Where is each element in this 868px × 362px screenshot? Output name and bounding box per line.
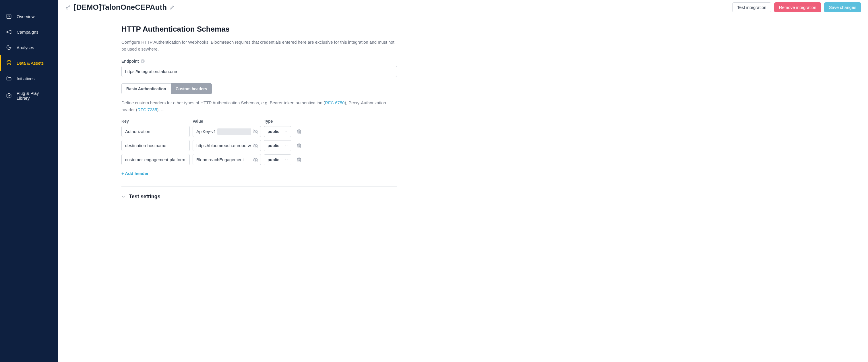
column-key: Key [121,119,190,123]
divider [121,187,397,187]
header-key-input[interactable] [121,126,190,137]
sidebar-item-label: Plug & Play Library [17,91,53,101]
page-header: [DEMO]TalonOneCEPAuth Test integration R… [58,0,868,16]
overview-icon [6,13,12,20]
trash-icon[interactable] [297,143,302,148]
sidebar-item-overview[interactable]: Overview [0,9,58,24]
database-icon [6,60,12,66]
custom-headers-description: Define custom headers for other types of… [121,100,397,113]
column-type: Type [264,119,291,123]
section-title: HTTP Authentication Schemas [121,25,397,34]
sidebar-item-data-assets[interactable]: Data & Assets [0,55,58,71]
sidebar-item-label: Data & Assets [17,61,43,65]
header-row: public [121,154,397,165]
sidebar: Overview Campaigns Analyses Data & Asset… [0,0,58,362]
remove-integration-button[interactable]: Remove integration [774,2,821,12]
header-value-input[interactable] [193,154,261,165]
header-row: public [121,126,397,137]
trash-icon[interactable] [297,157,302,162]
folder-icon [6,75,12,82]
header-type-select[interactable]: public [264,154,291,165]
pie-chart-icon [6,44,12,51]
sidebar-item-campaigns[interactable]: Campaigns [0,24,58,40]
eye-off-icon[interactable] [253,129,258,134]
main-panel: [DEMO]TalonOneCEPAuth Test integration R… [58,0,868,362]
hexagon-icon [6,92,12,99]
test-settings-title: Test settings [129,194,160,200]
header-value-input[interactable] [193,140,261,151]
chevron-down-icon [121,195,125,199]
auth-tabs: Basic Authentication Custom headers [121,83,397,94]
eye-off-icon[interactable] [253,143,258,148]
header-type-select[interactable]: public [264,140,291,151]
endpoint-label: Endpoint i [121,59,397,63]
section-description: Configure HTTP Authentication for Webhoo… [121,39,397,53]
sidebar-item-label: Overview [17,14,35,19]
header-key-input[interactable] [121,140,190,151]
header-row: public [121,140,397,151]
sidebar-item-label: Initiatives [17,76,35,81]
rfc6750-link[interactable]: RFC 6750 [325,100,344,105]
eye-off-icon[interactable] [253,157,258,162]
endpoint-input[interactable] [121,66,397,77]
sidebar-item-analyses[interactable]: Analyses [0,40,58,55]
headers-table: Key Value Type public [121,119,397,165]
edit-icon[interactable] [169,5,174,10]
sidebar-item-plug-play[interactable]: Plug & Play Library [0,86,58,105]
sidebar-item-initiatives[interactable]: Initiatives [0,71,58,86]
header-type-select[interactable]: public [264,126,291,137]
header-key-input[interactable] [121,154,190,165]
page-title: [DEMO]TalonOneCEPAuth [74,3,167,12]
add-header-link[interactable]: + Add header [121,171,149,176]
column-value: Value [193,119,261,123]
rfc7235-link[interactable]: RFC 7235 [137,107,157,112]
megaphone-icon [6,29,12,35]
info-icon[interactable]: i [141,59,145,63]
sidebar-item-label: Campaigns [17,30,38,34]
masked-secret [217,129,251,135]
test-integration-button[interactable]: Test integration [732,2,771,12]
key-icon [65,5,71,10]
save-changes-button[interactable]: Save changes [824,2,861,12]
svg-point-1 [7,61,11,62]
tab-basic-auth[interactable]: Basic Authentication [121,83,171,94]
trash-icon[interactable] [297,129,302,134]
sidebar-item-label: Analyses [17,45,34,50]
tab-custom-headers[interactable]: Custom headers [171,83,212,94]
test-settings-toggle[interactable]: Test settings [121,194,397,200]
